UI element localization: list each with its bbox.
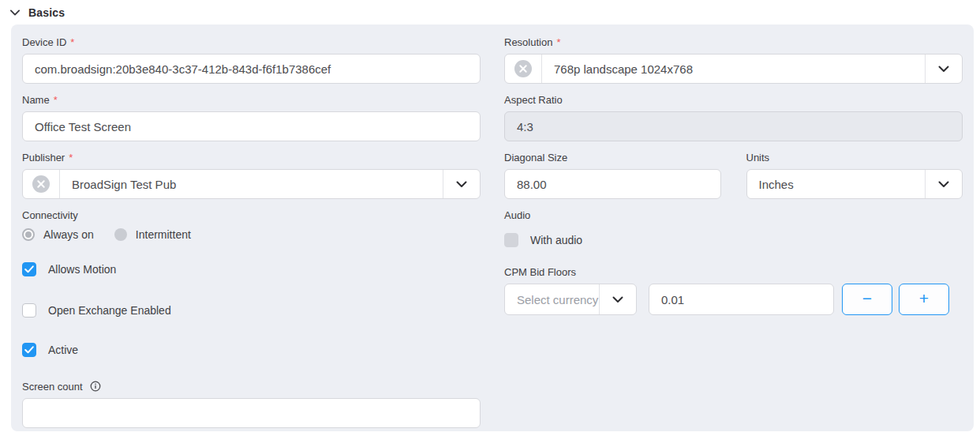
units-field: Units Inches (746, 151, 963, 199)
connectivity-label: Connectivity (22, 209, 481, 221)
publisher-label: Publisher* (22, 151, 481, 164)
checkbox-label: With audio (530, 234, 582, 246)
currency-dropdown-toggle[interactable] (599, 284, 636, 314)
currency-select[interactable]: Select currency (504, 284, 637, 315)
currency-placeholder: Select currency (505, 284, 599, 314)
clear-circle-x-icon[interactable] (514, 59, 533, 78)
open-exchange-checkbox[interactable] (22, 303, 36, 318)
with-audio-checkbox (504, 233, 518, 247)
open-exchange-row: Open Exchange Enabled (22, 303, 481, 318)
clear-circle-x-icon[interactable] (32, 175, 50, 194)
chevron-down-icon[interactable] (938, 181, 949, 188)
chevron-down-icon[interactable] (612, 296, 623, 303)
cpm-amount-input[interactable] (649, 284, 834, 315)
device-id-label: Device ID* (22, 36, 481, 48)
cpm-bid-floors-label: CPM Bid Floors (504, 265, 963, 278)
add-bid-floor-button[interactable]: + (899, 284, 949, 315)
allows-motion-row: Allows Motion (22, 261, 481, 277)
resolution-label: Resolution* (504, 36, 963, 48)
units-select[interactable]: Inches (746, 169, 963, 199)
radio-button[interactable] (22, 228, 35, 241)
checkmark-icon (24, 265, 34, 273)
clear-button[interactable] (505, 54, 542, 83)
resolution-dropdown-toggle[interactable] (925, 54, 962, 83)
connectivity-radio-group: Always on Intermittent (22, 227, 481, 242)
right-column: Resolution* 768p landscape 1024x768 Aspe… (504, 34, 963, 431)
with-audio-row: With audio (504, 232, 963, 248)
required-asterisk: * (70, 36, 74, 48)
active-row: Active (22, 342, 481, 358)
units-label: Units (746, 151, 963, 164)
radio-option-intermittent[interactable]: Intermittent (114, 228, 191, 241)
chevron-down-icon[interactable] (10, 9, 20, 16)
aspect-ratio-input (504, 111, 963, 141)
checkbox-label: Allows Motion (48, 263, 116, 276)
publisher-select[interactable]: BroadSign Test Pub (22, 169, 481, 199)
minus-icon: − (862, 289, 872, 308)
aspect-ratio-label: Aspect Ratio (504, 93, 963, 106)
units-dropdown-toggle[interactable] (925, 170, 962, 198)
device-id-input[interactable] (22, 54, 481, 84)
left-column: Device ID* Name* Publisher* BroadSign Te… (22, 34, 481, 431)
clear-button[interactable] (23, 170, 60, 198)
name-label: Name* (22, 93, 481, 106)
radio-label: Always on (43, 228, 94, 241)
active-checkbox[interactable] (22, 343, 36, 357)
info-icon[interactable] (90, 381, 101, 392)
size-units-row: Diagonal Size Units Inches (504, 151, 963, 199)
section-title: Basics (28, 6, 65, 19)
audio-label: Audio (504, 209, 963, 221)
diagonal-size-label: Diagonal Size (504, 151, 721, 164)
checkmark-icon (24, 346, 34, 354)
allows-motion-checkbox[interactable] (22, 262, 36, 276)
remove-bid-floor-button[interactable]: − (842, 284, 892, 315)
publisher-value: BroadSign Test Pub (60, 170, 443, 198)
required-asterisk: * (54, 94, 58, 106)
radio-option-always-on[interactable]: Always on (22, 228, 94, 241)
checkbox-label: Open Exchange Enabled (48, 304, 171, 317)
diagonal-size-input[interactable] (504, 169, 721, 199)
chevron-down-icon[interactable] (456, 181, 467, 188)
required-asterisk: * (556, 36, 560, 48)
name-input[interactable] (22, 111, 481, 141)
required-asterisk: * (69, 152, 73, 164)
plus-icon: + (919, 289, 929, 308)
diagonal-size-field: Diagonal Size (504, 151, 721, 199)
publisher-dropdown-toggle[interactable] (443, 170, 480, 198)
screen-count-label: Screen count (22, 380, 481, 393)
units-value: Inches (747, 170, 926, 198)
resolution-select[interactable]: 768p landscape 1024x768 (504, 54, 963, 84)
radio-button[interactable] (114, 228, 127, 241)
screen-count-input[interactable] (22, 398, 481, 428)
radio-label: Intermittent (136, 228, 191, 241)
chevron-down-icon[interactable] (938, 66, 949, 73)
basics-panel: Device ID* Name* Publisher* BroadSign Te… (11, 24, 974, 431)
cpm-bid-floor-row: Select currency − + (504, 284, 963, 315)
checkbox-label: Active (48, 344, 78, 356)
basics-section-header[interactable]: Basics (0, 0, 980, 21)
resolution-value: 768p landscape 1024x768 (542, 54, 925, 83)
